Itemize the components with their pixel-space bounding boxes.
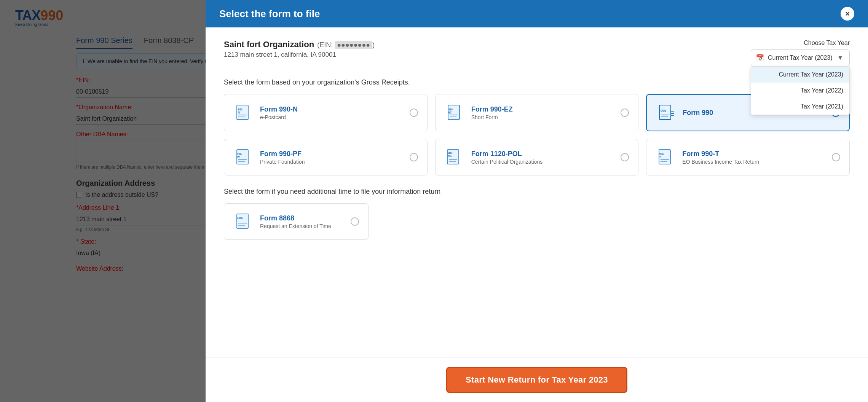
extension-section: Select the form if you need additional t… xyxy=(224,188,850,240)
form-1120pol-desc: Certain Political Organizations xyxy=(471,159,615,165)
tax-year-section: Choose Tax Year 📅 Current Tax Year (2023… xyxy=(751,40,850,66)
svg-text:POL: POL xyxy=(448,155,452,157)
modal-footer: Start New Return for Tax Year 2023 xyxy=(206,357,868,402)
form-990ez-radio[interactable] xyxy=(621,108,629,117)
modal-body: Saint fort Organization (EIN: ●●●●●●●●) … xyxy=(206,27,868,357)
svg-rect-32 xyxy=(237,214,248,228)
form-8868-radio[interactable] xyxy=(351,217,359,226)
modal-header: Select the form to file × xyxy=(206,0,868,27)
svg-text:990-: 990- xyxy=(448,108,453,111)
form-1120pol-name: Form 1120-POL xyxy=(471,150,615,158)
form-990n-radio[interactable] xyxy=(410,108,418,117)
form-990t-desc: EO Business Income Tax Return xyxy=(682,159,826,165)
org-info: Saint fort Organization (EIN: ●●●●●●●●) … xyxy=(224,40,375,59)
form-1120pol-icon: 1120- POL xyxy=(445,147,465,168)
form-990t-radio[interactable] xyxy=(832,153,840,161)
tax-year-option-2022[interactable]: Tax Year (2022) xyxy=(751,83,849,99)
form-990n-info: Form 990-N e-Postcard xyxy=(260,105,404,120)
form-card-8868[interactable]: 8868 Form 8868 Request an Extension of T… xyxy=(224,203,369,240)
calendar-icon: 📅 xyxy=(756,54,764,62)
tax-year-option-2021[interactable]: Tax Year (2021) xyxy=(751,99,849,115)
form-card-990n[interactable]: 990- N Form 990-N e-Postcard xyxy=(224,94,428,131)
form-card-990ez[interactable]: 990- EZ Form 990-EZ Short Form xyxy=(435,94,639,131)
form-card-1120pol[interactable]: 1120- POL Form 1120-POL Certain Politica… xyxy=(435,139,639,175)
form-990pf-radio[interactable] xyxy=(410,153,418,161)
extension-label: Select the form if you need additional t… xyxy=(224,188,850,196)
close-icon: × xyxy=(845,10,850,18)
form-990t-info: Form 990-T EO Business Income Tax Return xyxy=(682,150,826,165)
extension-cards: 8868 Form 8868 Request an Extension of T… xyxy=(224,203,850,240)
svg-text:N: N xyxy=(238,111,240,114)
form-990pf-icon: 990- PF xyxy=(233,147,254,168)
form-990t-icon: 990- T xyxy=(656,147,676,168)
tax-year-dropdown[interactable]: 📅 Current Tax Year (2023) ▼ Current Tax … xyxy=(751,49,850,66)
svg-text:990-: 990- xyxy=(238,108,244,111)
modal-title: Select the form to file xyxy=(219,8,320,20)
form-990pf-name: Form 990-PF xyxy=(260,150,404,158)
form-card-990pf[interactable]: 990- PF Form 990-PF Private Foundation xyxy=(224,139,428,175)
org-address: 1213 main street 1, california, IA 90001 xyxy=(224,51,375,59)
form-990ez-desc: Short Form xyxy=(471,114,615,120)
svg-text:990: 990 xyxy=(661,109,666,113)
svg-text:990-: 990- xyxy=(237,153,242,155)
select-form-modal: Select the form to file × Saint fort Org… xyxy=(206,0,868,402)
close-button[interactable]: × xyxy=(841,7,854,21)
form-1120pol-info: Form 1120-POL Certain Political Organiza… xyxy=(471,150,615,165)
form-8868-desc: Request an Extension of Time xyxy=(260,223,345,229)
tax-year-label: Choose Tax Year xyxy=(751,40,850,46)
tax-year-current: Current Tax Year (2023) xyxy=(768,54,833,61)
form-990pf-info: Form 990-PF Private Foundation xyxy=(260,150,404,165)
svg-text:990-: 990- xyxy=(659,153,664,155)
form-990n-icon: 990- N xyxy=(233,102,254,123)
form-8868-info: Form 8868 Request an Extension of Time xyxy=(260,214,345,229)
org-name: Saint fort Organization xyxy=(224,40,314,49)
form-990n-name: Form 990-N xyxy=(260,105,404,113)
form-8868-name: Form 8868 xyxy=(260,214,345,222)
svg-text:PF: PF xyxy=(237,156,240,158)
form-990ez-name: Form 990-EZ xyxy=(471,105,615,113)
tax-year-option-2023[interactable]: Current Tax Year (2023) xyxy=(751,67,849,83)
chevron-down-icon: ▼ xyxy=(837,54,843,61)
svg-text:1120-: 1120- xyxy=(448,152,453,154)
form-8868-icon: 8868 xyxy=(233,211,254,232)
form-990-icon: 990 xyxy=(656,102,677,123)
svg-text:T: T xyxy=(659,156,661,158)
form-990pf-desc: Private Foundation xyxy=(260,159,404,165)
tax-year-menu: Current Tax Year (2023) Tax Year (2022) … xyxy=(751,66,850,115)
form-990t-name: Form 990-T xyxy=(682,150,826,158)
svg-text:8868: 8868 xyxy=(237,217,243,220)
form-990ez-icon: 990- EZ xyxy=(445,102,465,123)
form-990ez-info: Form 990-EZ Short Form xyxy=(471,105,615,120)
svg-text:EZ: EZ xyxy=(448,111,452,114)
tax-year-select[interactable]: 📅 Current Tax Year (2023) ▼ xyxy=(751,49,850,66)
form-990n-desc: e-Postcard xyxy=(260,114,404,120)
org-info-row: Saint fort Organization (EIN: ●●●●●●●●) … xyxy=(224,40,850,66)
form-1120pol-radio[interactable] xyxy=(621,153,629,161)
org-ein: (EIN: ●●●●●●●●) xyxy=(317,41,375,49)
start-return-button[interactable]: Start New Return for Tax Year 2023 xyxy=(446,367,627,393)
form-card-990t[interactable]: 990- T Form 990-T EO Business Income Tax… xyxy=(646,139,850,175)
